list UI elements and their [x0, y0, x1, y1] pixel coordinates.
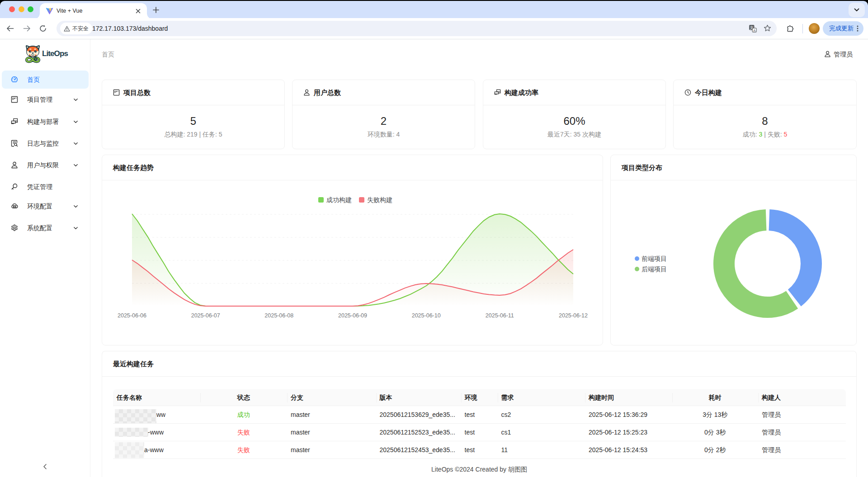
svg-text:后端项目: 后端项目 — [642, 265, 667, 273]
svg-text:2025-06-12: 2025-06-12 — [559, 312, 588, 319]
svg-text:失败构建: 失败构建 — [367, 196, 392, 203]
svg-text:2025-06-08: 2025-06-08 — [264, 312, 293, 319]
svg-text:2025-06-07: 2025-06-07 — [191, 312, 220, 319]
svg-text:前端项目: 前端项目 — [642, 255, 667, 262]
svg-text:成功构建: 成功构建 — [326, 196, 352, 203]
svg-text:2025-06-09: 2025-06-09 — [338, 312, 367, 319]
svg-text:2025-06-10: 2025-06-10 — [412, 312, 441, 319]
svg-text:2025-06-06: 2025-06-06 — [118, 312, 146, 319]
svg-text:A: A — [753, 28, 755, 33]
svg-text:2025-06-11: 2025-06-11 — [486, 312, 514, 319]
